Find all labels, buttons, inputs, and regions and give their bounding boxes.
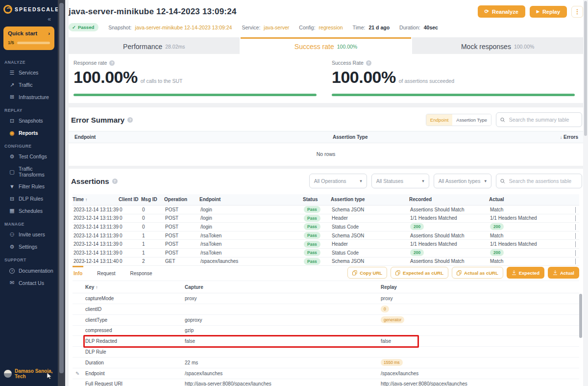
sidebar-item-traffic-transforms[interactable]: ▢Traffic Transforms <box>0 163 58 180</box>
expand-toggle[interactable] <box>568 215 579 221</box>
app-window: SPEEDSCALE « Quick start › 1/5 ANALYZE☰S… <box>0 0 588 386</box>
assertion-row[interactable]: 2023-12-14 13:11:3900POST/loginPassHeade… <box>73 214 579 223</box>
col-recorded[interactable]: Recorded <box>409 197 489 202</box>
sidebar-item-schedules[interactable]: ▦Schedules <box>0 205 58 217</box>
sidebar-item-reports[interactable]: ◉Reports <box>0 127 58 139</box>
sidebar-collapse-icon[interactable]: « <box>0 15 58 23</box>
col-status[interactable]: Status <box>303 197 331 202</box>
assertion-row[interactable]: 2023-12-14 13:11:3901POST/rsaTokenPassSc… <box>73 232 579 240</box>
col-key[interactable]: Key ↑ <box>85 284 185 290</box>
sidebar-item-documentation[interactable]: ?Documentation <box>0 264 58 277</box>
detail-row[interactable]: DLP Redactedfalsefalse <box>73 336 579 347</box>
user-menu[interactable]: Damaso Sanoja, Tech <box>0 364 58 386</box>
page-scrollbar-thumb[interactable] <box>584 1 587 136</box>
col-assertion-type[interactable]: Assertion type <box>331 197 409 202</box>
expand-toggle[interactable] <box>568 258 579 264</box>
col-actual[interactable]: Actual <box>489 197 567 202</box>
assertion-row[interactable]: 2023-12-14 13:11:4002GET/spacex/launches… <box>73 257 579 266</box>
assertion-row[interactable]: 2023-12-14 13:11:3901POST/rsaTokenPassSt… <box>73 249 579 257</box>
tab-mock-responses[interactable]: Mock responses100.00% <box>412 37 583 54</box>
sidebar-item-invite-users[interactable]: ⚇Invite users <box>0 229 58 241</box>
detail-tab-info[interactable]: Info <box>73 266 83 277</box>
detail-tab-request[interactable]: Request <box>96 266 116 277</box>
col-errors[interactable]: ↓ Errors <box>548 134 578 140</box>
tab-success-rate[interactable]: Success rate100.00% <box>241 37 412 54</box>
tab-performance[interactable]: Performance28.02ms <box>69 37 240 54</box>
assertion-types-filter[interactable]: All Assertion types▾ <box>434 174 491 188</box>
quick-start-card[interactable]: Quick start › 1/5 <box>3 26 54 50</box>
config-link[interactable]: regression <box>319 25 343 30</box>
assertion-row[interactable]: 2023-12-14 13:11:3900POST/loginPassSchem… <box>73 206 579 214</box>
info-icon[interactable]: ? <box>366 60 371 66</box>
kebab-icon: ⋮ <box>574 8 581 15</box>
assertion-row[interactable]: 2023-12-14 13:11:3901POST/rsaTokenPassHe… <box>73 240 579 249</box>
sidebar-item-contact-us[interactable]: ✉Contact Us <box>0 277 58 289</box>
expand-toggle[interactable] <box>568 250 579 256</box>
replay-button[interactable]: ▶ Replay <box>530 6 567 18</box>
error-summary-title: Error Summary ? <box>71 116 133 124</box>
service-link[interactable]: java-server <box>264 25 289 30</box>
expand-toggle[interactable] <box>568 224 579 230</box>
operations-filter[interactable]: All Operations▾ <box>309 174 367 188</box>
col-endpoint[interactable]: Endpoint <box>199 197 303 202</box>
assertions-search[interactable] <box>496 174 582 188</box>
col-operation[interactable]: Operation <box>164 197 199 202</box>
expected-as-curl-button[interactable]: Expected as cURL <box>391 267 448 279</box>
expand-toggle[interactable] <box>568 207 579 212</box>
error-summary-toggle: Endpoint Assertion Type <box>426 114 491 126</box>
copy-url-button[interactable]: Copy URL <box>347 267 387 279</box>
download-actual-button[interactable]: Actual <box>548 267 579 279</box>
info-icon[interactable]: ? <box>112 179 118 184</box>
summary-search[interactable] <box>496 112 582 127</box>
sidebar-item-snapshots[interactable]: ⊡Snapshots <box>0 115 58 127</box>
col-time[interactable]: Time ↑ <box>73 197 119 202</box>
sidebar-scrollbar[interactable] <box>58 0 65 386</box>
sidebar-item-filter-rules[interactable]: ▼Filter Rules <box>0 180 58 193</box>
cell-time: 2023-12-14 13:11:39 <box>74 241 120 247</box>
detail-scrollbar-thumb[interactable] <box>579 294 582 338</box>
detail-row[interactable]: Duration22 ms1550 ms <box>73 358 579 368</box>
info-icon[interactable]: ? <box>109 60 115 66</box>
col-endpoint[interactable]: Endpoint <box>74 134 333 140</box>
sidebar-scrollbar-thumb[interactable] <box>59 3 64 373</box>
snapshot-link[interactable]: java-server-minikube 12-14-2023 13:09:24 <box>135 25 232 30</box>
snapshots-icon: ⊡ <box>9 118 15 124</box>
detail-row[interactable]: DLP Rule <box>73 347 579 358</box>
expand-toggle[interactable] <box>568 233 579 238</box>
download-expected-button[interactable]: Expected <box>507 267 544 279</box>
detail-key: captureMode <box>85 296 185 301</box>
more-options-button[interactable]: ⋮ <box>571 6 583 18</box>
col-assertion-type[interactable]: Assertion Type <box>333 134 548 140</box>
detail-row[interactable]: clientID0 <box>73 304 579 315</box>
assertion-row[interactable]: 2023-12-14 13:11:3900POST/loginPassStatu… <box>73 223 579 232</box>
metric-progress-bar <box>74 94 317 96</box>
detail-row[interactable]: ✎Endpoint/spacex/launches/spacex/launche… <box>73 368 579 379</box>
page-scrollbar[interactable] <box>583 0 588 386</box>
detail-row[interactable]: Full Request URIhttp://java-server:8080/… <box>73 379 579 386</box>
toggle-assertion-type[interactable]: Assertion Type <box>452 114 491 126</box>
assertions-search-input[interactable] <box>508 178 578 184</box>
detail-row[interactable]: clientTypegoproxygenerator <box>73 315 579 326</box>
expand-toggle[interactable] <box>568 241 579 247</box>
sidebar-item-settings[interactable]: ⚙Settings <box>0 241 58 253</box>
detail-tab-response[interactable]: Response <box>129 266 153 277</box>
detail-row[interactable]: compressedgzip <box>73 326 579 336</box>
summary-search-input[interactable] <box>508 116 578 123</box>
toggle-endpoint[interactable]: Endpoint <box>426 114 453 126</box>
sidebar-item-test-configs[interactable]: ⚙Test Configs <box>0 151 58 163</box>
info-icon[interactable]: ? <box>127 117 133 123</box>
sidebar-item-services[interactable]: ☰Services <box>0 67 58 79</box>
reanalyze-button[interactable]: ⟳ Reanalyze <box>478 5 525 18</box>
sidebar-item-dlp-rules[interactable]: ⊟DLP Rules <box>0 193 58 205</box>
col-replay[interactable]: Replay <box>381 284 579 290</box>
actual-as-curl-button[interactable]: Actual as cURL <box>452 267 503 279</box>
col-msg-id[interactable]: Msg ID <box>141 197 164 202</box>
cell-recorded: Assertions Should Match <box>410 207 490 212</box>
col-capture[interactable]: Capture <box>185 284 381 290</box>
sidebar-item-infrastructure[interactable]: ⊞Infrastructure <box>0 91 58 103</box>
detail-row[interactable]: captureModeproxyproxy <box>73 293 579 304</box>
statuses-filter[interactable]: All Statuses▾ <box>371 174 429 188</box>
col-client-id[interactable]: Client ID <box>119 197 141 202</box>
sidebar-item-traffic[interactable]: ↗Traffic <box>0 79 58 91</box>
cell-assertion-type: Header <box>332 215 410 221</box>
